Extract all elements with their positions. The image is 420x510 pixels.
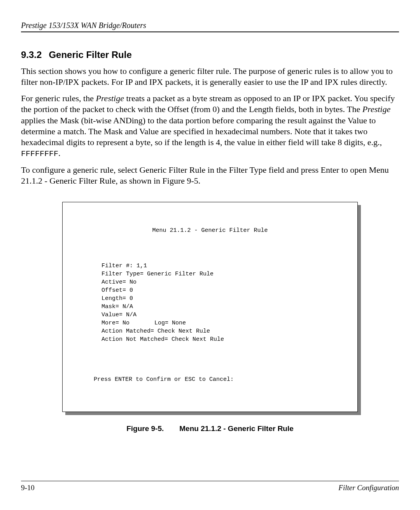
footer-section: Filter Configuration xyxy=(338,484,399,492)
figure-number: Figure 9-5. xyxy=(126,424,164,433)
terminal-body: Filter #: 1,1 Filter Type= Generic Filte… xyxy=(102,262,346,344)
page-header: Prestige 153/153X WAN Bridge/Routers xyxy=(21,21,399,32)
page-number: 9-10 xyxy=(21,484,35,492)
term-line-4: Offset= 0 xyxy=(102,287,133,294)
terminal-box: Menu 21.1.2 - Generic Filter Rule Filter… xyxy=(62,202,358,412)
term-line-10: Action Not Matched= Check Next Rule xyxy=(102,336,224,343)
p2-code: FFFFFFFF xyxy=(21,149,58,158)
term-line-7: Value= N/A xyxy=(102,312,136,318)
section-title: Generic Filter Rule xyxy=(49,49,131,60)
term-line-8b: Log= None xyxy=(154,319,186,327)
p2-italic-1: Prestige xyxy=(96,93,124,103)
header-title: Prestige 153/153X WAN Bridge/Routers xyxy=(21,21,146,30)
term-line-6: Mask= N/A xyxy=(102,303,133,310)
term-line-8a: More= No xyxy=(102,320,130,326)
term-line-5: Length= 0 xyxy=(102,295,133,302)
figure-caption: Figure 9-5.Menu 21.1.2 - Generic Filter … xyxy=(21,424,399,433)
term-line-1: Filter #: 1,1 xyxy=(102,263,147,269)
figure-wrapper: Menu 21.1.2 - Generic Filter Rule Filter… xyxy=(62,202,358,412)
p2-part-a: For generic rules, the xyxy=(21,93,96,103)
paragraph-1: This section shows you how to configure … xyxy=(21,66,399,88)
section-heading: 9.3.2Generic Filter Rule xyxy=(21,49,399,60)
document-page: Prestige 153/153X WAN Bridge/Routers 9.3… xyxy=(0,0,420,510)
page-footer-inner: 9-10 Filter Configuration xyxy=(21,484,399,492)
paragraph-3: To configure a generic rule, select Gene… xyxy=(21,165,399,186)
term-line-2: Filter Type= Generic Filter Rule xyxy=(102,271,214,277)
p2-italic-2: Prestige xyxy=(362,104,391,114)
p2-part-c: applies the Mask (bit-wise ANDing) to th… xyxy=(21,116,382,147)
terminal-title: Menu 21.1.2 - Generic Filter Rule xyxy=(74,226,346,235)
page-footer: 9-10 Filter Configuration xyxy=(21,481,399,492)
section-number: 9.3.2 xyxy=(21,49,42,60)
paragraph-2: For generic rules, the Prestige treats a… xyxy=(21,93,399,159)
term-line-3: Active= No xyxy=(102,279,136,286)
figure-text: Menu 21.1.2 - Generic Filter Rule xyxy=(179,424,294,433)
terminal-footer: Press ENTER to Confirm or ESC to Cancel: xyxy=(94,375,346,384)
p2-part-d: . xyxy=(58,148,61,158)
term-line-9: Action Matched= Check Next Rule xyxy=(102,328,210,335)
